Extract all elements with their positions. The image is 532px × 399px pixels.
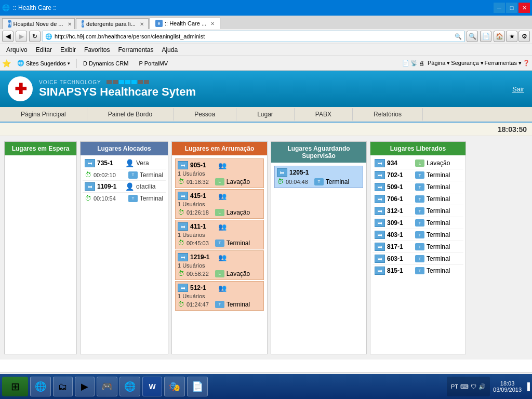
taskbar-pdf[interactable]: 📄 (187, 377, 208, 396)
bed-icon-1: 🛏 (85, 159, 95, 167)
service-702: Terminal (427, 171, 450, 179)
terminal-icon-817: T (415, 243, 424, 250)
browser-nav: ◀ ▶ ↻ 🌐 🔍 🔍 📄 🏠 ★ ⚙ (0, 29, 532, 44)
lavacao-icon-905: L (215, 178, 224, 185)
tab-detergente[interactable]: d detergente para li... ✕ (76, 18, 149, 29)
main-content: Lugares em Espera Lugares Alocados 🛏 735… (0, 136, 532, 360)
menu-arquivo[interactable]: Arquivo (2, 45, 32, 55)
close-button[interactable]: ✕ (518, 3, 530, 13)
room-1205: 1205-1 (289, 169, 315, 176)
bed-icon-415: 🛏 (178, 192, 188, 200)
bed-icon-312: 🛏 (375, 207, 385, 215)
service-411: Terminal (227, 240, 250, 247)
nav-relatorios[interactable]: Relatórios (353, 108, 423, 121)
users-text-411: 1 Usuários (178, 232, 205, 238)
room-309: 309-1 (387, 219, 413, 227)
seguranca-label[interactable]: Segurança ▾ (451, 60, 483, 66)
nav-painel-de-bordo[interactable]: Painel de Bordo (87, 108, 174, 121)
bookmark-sites-icon: 🌐 (17, 60, 24, 66)
sair-button[interactable]: Sair (512, 85, 524, 93)
taskbar-game[interactable]: 🎮 (97, 377, 117, 396)
taskbar-word[interactable]: W (142, 377, 162, 396)
nav-pessoa[interactable]: Pessoa (174, 108, 236, 121)
room-415: 415-1 (190, 192, 216, 200)
time-905: 01:18:32 (187, 179, 209, 185)
compat-button[interactable]: 📄 (480, 31, 491, 42)
bookmark-dynamics[interactable]: D Dynamics CRM (79, 59, 132, 68)
dot2 (113, 80, 118, 84)
panel-header-aguardando: Lugares Aguardando Supervisão (271, 142, 366, 163)
taskbar-media[interactable]: ▶ (75, 377, 95, 396)
url-input[interactable] (55, 33, 453, 39)
search-button[interactable]: 🔍 (467, 31, 478, 42)
maximize-button[interactable]: □ (506, 3, 517, 13)
room-512: 512-1 (190, 284, 216, 291)
bookmark-dynamics-icon: D (83, 60, 87, 66)
taskbar-chrome[interactable]: 🌐 (119, 377, 140, 396)
bed-icon-815: 🛏 (375, 267, 385, 275)
room-312: 312-1 (387, 207, 413, 215)
arrumacao-users-1219: 1 Usuários (178, 262, 261, 269)
users-text-905: 1 Usuários (178, 170, 205, 177)
service-817: Terminal (427, 243, 450, 250)
liberados-row-702: 🛏 702-1 T Terminal (373, 169, 463, 181)
allocated-time-row-1: ⏱ 00:02:10 T Terminal (83, 169, 166, 181)
users-icon-411: 👥 (218, 223, 227, 231)
back-button[interactable]: ◀ (2, 31, 14, 42)
compat-icon: 📄 (402, 60, 409, 66)
forward-button[interactable]: ▶ (16, 31, 27, 42)
taskbar-explorer[interactable]: 🗂 (53, 377, 73, 396)
nav-lugar[interactable]: Lugar (236, 108, 295, 121)
menu-favoritos[interactable]: Favoritos (80, 45, 114, 55)
refresh-button[interactable]: ↻ (29, 31, 41, 42)
bookmark-sites[interactable]: 🌐 Sites Sugeridos ▾ (13, 59, 74, 68)
users-text-415: 1 Usuários (178, 201, 205, 207)
users-icon-905: 👥 (218, 162, 227, 169)
minimize-button[interactable]: ─ (494, 3, 505, 13)
tab-hospital[interactable]: H Hospital Nove de ... ✕ (2, 18, 75, 29)
dot4 (125, 80, 130, 84)
tab-healthcare[interactable]: e :: Health Care ... ✕ (150, 18, 220, 29)
panel-aguardando: Lugares Aguardando Supervisão 🛏 1205-1 ⏱… (271, 141, 367, 354)
menu-exibir[interactable]: Exibir (56, 45, 80, 55)
arrumacao-room-row-1219: 🛏 1219-1 👥 (178, 253, 261, 261)
home-button[interactable]: 🏠 (494, 31, 505, 42)
nav-pabx[interactable]: PABX (295, 108, 353, 121)
bed-icon-702: 🛏 (375, 171, 385, 179)
panel-header-liberados: Lugares Liberados (370, 142, 466, 155)
favorites-button[interactable]: ★ (506, 31, 517, 42)
menu-ferramentas[interactable]: Ferramentas (114, 45, 157, 55)
time-display: 18:03:50 (498, 125, 527, 134)
taskbar-misc[interactable]: 🎭 (164, 377, 185, 396)
panel-body-aguardando: 🛏 1205-1 ⏱ 00:04:48 T Terminal (271, 163, 366, 191)
menu-editar[interactable]: Editar (32, 45, 56, 55)
system-tray: PT ⌨ 🛡 🔊 (447, 377, 490, 396)
nav-pagina-principal[interactable]: Página Principal (0, 108, 87, 121)
tab-close-healthcare[interactable]: ✕ (210, 21, 215, 26)
pagina-label[interactable]: Página ▾ (428, 60, 450, 66)
terminal-icon-1205: T (314, 178, 324, 185)
bookmark-portal[interactable]: P PortalMV (135, 59, 172, 68)
arrumacao-room-row-411: 🛏 411-1 👥 (178, 222, 261, 231)
taskbar-ie[interactable]: 🌐 (30, 377, 51, 396)
bed-icon-2: 🛏 (85, 182, 95, 191)
ferramentas-label[interactable]: Ferramentas ▾ (485, 60, 522, 66)
lavacao-icon-934: L (415, 159, 424, 167)
voice-tech-label: VOICE TECHNOLOGY (39, 79, 101, 85)
tab-close-detergente[interactable]: ✕ (140, 21, 144, 27)
help-icon[interactable]: ❓ (523, 60, 530, 66)
keyboard-icon: ⌨ (460, 383, 469, 390)
arrumacao-time-1219: ⏱ 00:58:22 L Lavação (178, 270, 261, 277)
room-905: 905-1 (190, 162, 216, 169)
service-905: Lavação (227, 178, 250, 185)
arrumacao-users-415: 1 Usuários (178, 201, 261, 207)
show-desktop-button[interactable]: ▐ (525, 382, 530, 391)
menu-ajuda[interactable]: Ajuda (157, 45, 182, 55)
liberados-row-403: 🛏 403-1 T Terminal (373, 229, 463, 241)
service-512: Terminal (227, 301, 250, 308)
tab-close-hospital[interactable]: ✕ (68, 21, 72, 27)
allocated-row-2: 🛏 1109-1 👤 otacilia (83, 181, 166, 193)
start-button[interactable]: ⊞ (2, 377, 28, 396)
tools-browser-button[interactable]: ⚙ (518, 31, 530, 42)
aguardando-room-row-1205: 🛏 1205-1 (277, 168, 361, 177)
